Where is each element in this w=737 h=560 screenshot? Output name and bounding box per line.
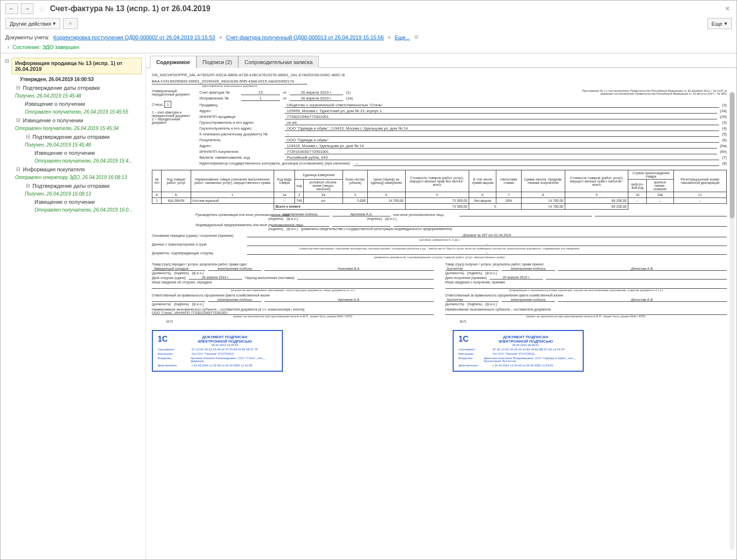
tab-note[interactable]: Сопроводительная записка [238, 56, 319, 68]
tree-approved: Утвержден, 26.04.2019 16:00:53 [2, 76, 144, 83]
tree-item[interactable]: Подтверждение даты отправки [33, 134, 110, 140]
tree-item[interactable]: Извещение о получении [34, 150, 95, 156]
scrollbar[interactable] [730, 92, 735, 550]
doc-link-more[interactable]: Еще... [394, 34, 410, 40]
collapse-icon[interactable]: ⊟ [25, 182, 31, 189]
tree-status: Отправлен оператору ЭДО, 26.04.2019 16:0… [2, 174, 144, 181]
tree-status: Отправлен получателю, 26.04.2019 15:45:5… [2, 108, 144, 115]
collapse-icon[interactable]: ⊟ [4, 58, 10, 64]
sidebar-tree: ⊟ Информация продавца № 13 (испр. 1) от … [0, 53, 146, 560]
state-label: Состояние: [13, 44, 41, 50]
favorite-icon[interactable]: ☆ [36, 3, 47, 14]
chevron-down-icon: ▾ [724, 20, 727, 27]
tree-status: Отправлен получателю, 26.04.2019 16:0... [2, 206, 144, 214]
signature-stamp-2: 1C ДОКУМЕНТ ПОДПИСАН ЭЛЕКТРОННОЙ ПОДПИСЬ… [453, 330, 584, 372]
close-icon[interactable]: × [725, 4, 730, 13]
more-button[interactable]: Еще ▾ [707, 18, 732, 29]
signature-stamp-1: 1C ДОКУМЕНТ ПОДПИСАН ЭЛЕКТРОННОЙ ПОДПИСЬ… [152, 330, 283, 372]
status-value: 1 [164, 101, 171, 108]
right-signer: Товар (груз) получил / услуги, результат… [445, 263, 727, 323]
collapse-icon[interactable]: ⊟ [25, 133, 31, 140]
collapse-icon[interactable]: ⊟ [15, 166, 21, 172]
expand-state-icon[interactable]: › [7, 44, 9, 50]
workflow-icon-button[interactable]: ⌗ [63, 18, 78, 29]
items-table: № п/п Код товара/ работ, услуг Наименова… [152, 170, 727, 210]
other-actions-button[interactable]: Другие действия ▾ [5, 18, 60, 29]
hierarchy-icon: ⌗ [69, 20, 72, 27]
tree-item[interactable]: Извещение о получении [23, 117, 83, 123]
tree-item[interactable]: Извещение о получении [34, 199, 95, 205]
scrollbar-thumb[interactable] [730, 92, 735, 218]
remove-link-1[interactable]: × [219, 34, 222, 40]
tab-content[interactable]: Содержимое [150, 56, 197, 68]
window-title: Счет-фактура № 13 (испр. 1) от 26.04.201… [50, 4, 211, 13]
collapse-icon[interactable]: ⊟ [15, 117, 21, 123]
back-button[interactable]: ← [5, 3, 18, 14]
table-row: 1КШ-289/54Костюм мужской--796шт5,00014 7… [152, 198, 727, 204]
gov-note: Приложение № 1 к постановлению Правитель… [572, 89, 727, 102]
table-total-row: Всего к оплате 73 500,00 Х 14 700,00 88 … [152, 204, 727, 210]
tree-item[interactable]: Извещение о получении [25, 101, 85, 107]
forward-button[interactable]: → [21, 3, 33, 14]
doc-id-2: BAA-F241A5260682-00001_20190426_49cb3186… [152, 78, 307, 84]
tree-status: Получен, 26.04.2019 15:45:48 [2, 92, 144, 99]
tree-status: Получен, 26.04.2019 16:08:13 [2, 190, 144, 198]
tree-status: Отправлен получателю, 26.04.2019 15:45:3… [2, 125, 144, 132]
upd-label: Универсальный передаточный документ [152, 89, 196, 96]
tree-item[interactable]: Информация покупателя [23, 166, 85, 172]
chevron-down-icon: ▾ [53, 20, 56, 27]
tree-status: Получен, 26.04.2019 15:45:48 [2, 141, 144, 148]
doc-link-2[interactable]: Счет-фактура полученный ОД00-000013 от 2… [226, 34, 384, 40]
tree-root[interactable]: Информация продавца № 13 (испр. 1) от 26… [12, 58, 142, 74]
left-signer: Товар (груз) передал / услуги, результат… [152, 263, 434, 323]
collapse-icon[interactable]: ⊟ [15, 84, 21, 91]
tab-signatures[interactable]: Подписи (2) [197, 56, 238, 68]
state-value: ЭДО завершен [42, 44, 80, 50]
tree-item[interactable]: Подтверждение даты отправки [23, 85, 100, 91]
tree-item[interactable]: Подтверждение даты отправки [33, 183, 110, 189]
tree-status: Отправлен получателю, 26.04.2019 15:4... [2, 157, 144, 165]
doc-link-1[interactable]: Корректировка поступления ОД00-000002 от… [53, 34, 215, 40]
docs-label: Документы учета: [5, 34, 49, 40]
gear-icon[interactable]: ⚙ [414, 34, 419, 40]
doc-id-1: ON_NSCHFDOPPR_2AL-A7303297-E6CA-4BD6-A73… [152, 72, 727, 78]
doc-id-caption: идентификатор электронного документа [152, 84, 307, 87]
remove-link-2[interactable]: × [388, 34, 391, 40]
